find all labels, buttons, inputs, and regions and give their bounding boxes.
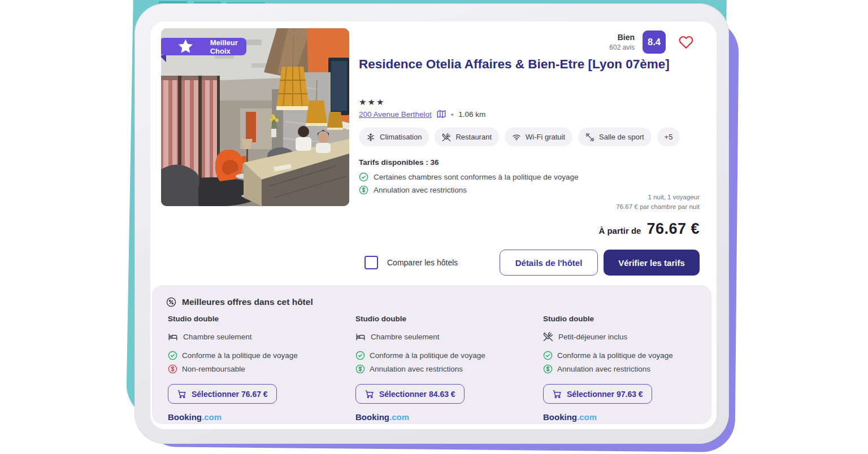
offer-policy-text: Non-remboursable (182, 365, 245, 373)
wifi-icon (512, 133, 521, 142)
restaurant-icon (543, 331, 553, 342)
tarifs-title: Tarifs disponibles : 36 (359, 158, 439, 167)
refund-icon (359, 185, 368, 195)
compare-hotels-control[interactable]: Comparer les hôtels (364, 250, 458, 276)
offer-policy-row: Conforme à la politique de voyage (543, 351, 715, 360)
offers-title: Meilleures offres dans cet hôtel (182, 297, 313, 307)
per-night-label: 76.67 € par chambre par nuit (616, 202, 700, 212)
amenity-chips: Climatisation Restaurant Wi-Fi gratuit (359, 128, 680, 146)
rating-score-badge: 8.4 (643, 30, 666, 54)
offer-meal-row: Chambre seulement (355, 331, 528, 342)
rating-reviews: 602 avis (609, 43, 635, 52)
offer-policy-row: Conforme à la politique de voyage (355, 351, 528, 360)
offer-policy-row: Annulation avec restrictions (355, 364, 528, 374)
address-link[interactable]: 200 Avenue Berthelot (359, 110, 432, 119)
hotel-result-card: Meilleur Choix Bien 602 avis 8.4 Residen… (150, 21, 717, 429)
offer-meal-text: Chambre seulement (371, 333, 440, 341)
snowflake-icon (366, 133, 375, 142)
select-offer-button[interactable]: Sélectionner 76.67 € (168, 384, 277, 404)
policy-text: Certaines chambres sont conformes à la p… (374, 173, 578, 181)
check-circle-icon (355, 351, 365, 360)
policy-row: Certaines chambres sont conformes à la p… (359, 171, 578, 184)
offer-room-name: Studio double (355, 315, 528, 323)
amenity-label: Salle de sport (599, 133, 644, 141)
compare-checkbox[interactable] (364, 256, 378, 269)
offer-column: Studio double Chambre seulement Conforme… (168, 315, 340, 422)
best-offers-panel: Meilleures offres dans cet hôtel Studio … (152, 285, 711, 424)
hotel-photo[interactable]: Meilleur Choix (161, 28, 349, 206)
policy-row: Annulation avec restrictions (359, 184, 578, 197)
amenity-chip-more[interactable]: +5 (657, 128, 680, 146)
select-offer-label: Sélectionner 76.67 € (192, 390, 268, 399)
provider-name: Booking (543, 412, 577, 422)
provider-logo-booking: Booking.com (355, 412, 528, 422)
offer-policy-text: Annulation avec restrictions (557, 365, 650, 373)
tablet-mockup: Meilleur Choix Bien 602 avis 8.4 Residen… (0, 0, 868, 454)
rating-label: Bien (609, 32, 635, 43)
offer-policy-text: Conforme à la politique de voyage (370, 351, 485, 360)
offer-policy-row: Annulation avec restrictions (543, 364, 715, 374)
distance-label: 1.06 km (458, 110, 485, 119)
price-row: À partir de 76.67 € (598, 220, 700, 238)
provider-name: Booking (355, 412, 389, 422)
compare-label: Comparer les hôtels (387, 258, 458, 267)
provider-logo-booking: Booking.com (543, 412, 715, 422)
hotel-star-rating: ★★★ (359, 97, 385, 107)
dumbbell-icon (585, 133, 594, 142)
stay-summary: 1 nuit, 1 voyageur 76.67 € par chambre p… (616, 193, 700, 212)
amenity-label: Restaurant (455, 133, 492, 141)
select-offer-button[interactable]: Sélectionner 84.63 € (355, 384, 465, 404)
hotel-title: Residence Otelia Affaires & Bien-Etre [L… (359, 54, 672, 75)
map-icon[interactable] (436, 109, 446, 119)
offer-meal-row: Chambre seulement (168, 331, 340, 342)
price-value: 76.67 € (646, 220, 700, 238)
provider-suffix: .com (389, 412, 409, 422)
amenity-label: Wi-Fi gratuit (526, 133, 565, 141)
offer-policy-text: Conforme à la politique de voyage (182, 351, 298, 360)
offer-column: Studio double Chambre seulement Conforme… (355, 315, 528, 422)
offer-room-name: Studio double (168, 315, 340, 323)
offer-policy-row: Non-remboursable (168, 364, 340, 374)
amenity-more-label: +5 (665, 133, 673, 141)
star-icon (166, 38, 206, 55)
check-circle-icon (543, 351, 553, 360)
amenity-chip-wifi: Wi-Fi gratuit (505, 128, 572, 146)
cart-icon (364, 389, 374, 399)
amenity-chip-restaurant: Restaurant (435, 128, 499, 146)
heart-icon[interactable] (678, 35, 694, 50)
offer-policy-row: Conforme à la politique de voyage (168, 351, 340, 360)
amenity-chip-climatisation: Climatisation (359, 128, 429, 146)
rating-block: Bien 602 avis 8.4 (609, 30, 694, 54)
select-offer-button[interactable]: Sélectionner 97.63 € (543, 384, 652, 404)
provider-suffix: .com (577, 412, 597, 422)
stay-label: 1 nuit, 1 voyageur (616, 193, 700, 202)
provider-name: Booking (168, 412, 202, 422)
offer-meal-text: Petit-déjeuner inclus (558, 333, 627, 341)
policy-text: Annulation avec restrictions (374, 186, 467, 194)
cart-icon (552, 389, 562, 399)
separator-dot: • (451, 110, 454, 119)
best-choice-badge: Meilleur Choix (161, 38, 246, 55)
amenity-label: Climatisation (380, 133, 422, 141)
cart-icon (177, 389, 186, 399)
select-offer-label: Sélectionner 84.63 € (379, 390, 455, 399)
best-choice-label: Meilleur Choix (210, 38, 238, 55)
address-row: 200 Avenue Berthelot • 1.06 km (359, 109, 485, 119)
offers-header: Meilleures offres dans cet hôtel (166, 296, 313, 308)
percent-badge-icon (166, 296, 177, 308)
hotel-details-button[interactable]: Détails de l'hôtel (500, 250, 598, 276)
bed-icon (168, 331, 178, 342)
refund-icon (543, 364, 553, 374)
verify-rates-button[interactable]: Vérifier les tarifs (604, 250, 700, 276)
provider-suffix: .com (202, 412, 222, 422)
offer-column: Studio double Petit-déjeuner inclus Conf… (543, 315, 715, 422)
check-circle-icon (359, 172, 368, 182)
price-from-label: À partir de (598, 226, 641, 235)
offer-policy-text: Conforme à la politique de voyage (557, 351, 673, 360)
select-offer-label: Sélectionner 97.63 € (567, 390, 643, 399)
provider-logo-booking: Booking.com (168, 412, 340, 422)
offer-policy-text: Annulation avec restrictions (370, 365, 463, 373)
tarifs-policies: Certaines chambres sont conformes à la p… (359, 171, 578, 197)
offer-room-name: Studio double (543, 315, 715, 323)
offer-meal-text: Chambre seulement (183, 333, 252, 341)
